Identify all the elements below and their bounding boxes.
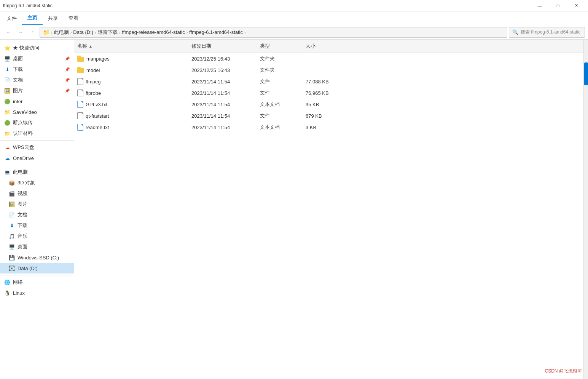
folder-icon xyxy=(77,67,84,73)
sidebar-item-savevideo[interactable]: 📁 SaveVideo xyxy=(0,107,74,117)
file-size-cell: 77,088 KB xyxy=(303,79,348,85)
sidebar-item-3d[interactable]: 📦 3D 对象 xyxy=(0,178,74,188)
pin-icon: 📌 xyxy=(65,56,70,61)
forward-button[interactable]: → xyxy=(15,27,26,38)
tab-file[interactable]: 文件 xyxy=(2,11,22,25)
sidebar-item-picture-pc[interactable]: 🖼️ 图片 xyxy=(0,199,74,209)
sidebar-quick-access-header[interactable]: ⭐ ★ 快速访问 xyxy=(0,43,74,53)
search-icon: 🔍 xyxy=(512,29,518,35)
txt-file-icon xyxy=(77,124,83,131)
col-header-type[interactable]: 类型 xyxy=(257,41,303,51)
file-name-cell: ffmpeg xyxy=(74,78,188,85)
back-button[interactable]: ← xyxy=(3,27,14,38)
sidebar-item-drive-c[interactable]: 💾 Windows-SSD (C:) xyxy=(0,252,74,263)
sidebar-this-pc-header[interactable]: 💻 此电脑 xyxy=(0,167,74,178)
file-date-cell: 2023/11/14 11:54 xyxy=(188,90,257,96)
file-name-cell: qt-faststart xyxy=(74,112,188,119)
sidebar-item-cert[interactable]: 📁 认证材料 xyxy=(0,128,74,139)
search-box[interactable]: 🔍 搜索 ffmpeg-6.1-amd64-static xyxy=(509,27,585,38)
path-segment-ffmpeg-61[interactable]: ffmpeg-6.1-amd64-static xyxy=(189,29,243,35)
path-segment-data[interactable]: Data (D:) xyxy=(73,29,93,35)
col-header-size[interactable]: 大小 xyxy=(303,41,348,51)
tab-view[interactable]: 查看 xyxy=(63,11,84,25)
sidebar-item-doc-pc[interactable]: 📄 文档 xyxy=(0,209,74,220)
file-name-cell: manpages xyxy=(74,56,188,62)
file-row[interactable]: readme.txt 2023/11/14 11:54 文本文档 3 KB xyxy=(74,122,583,133)
file-type-cell: 文件 xyxy=(257,90,303,96)
file-row[interactable]: GPLv3.txt 2023/11/14 11:54 文本文档 35 KB xyxy=(74,99,583,110)
file-name-label: readme.txt xyxy=(86,125,109,130)
scrollbar-thumb[interactable] xyxy=(584,62,588,85)
sidebar-item-inter[interactable]: 🟢 inter xyxy=(0,96,74,107)
sidebar-item-onedrive[interactable]: ☁ OneDrive xyxy=(0,153,74,163)
file-date-cell: 2023/11/14 11:54 xyxy=(188,125,257,130)
tab-share[interactable]: 共享 xyxy=(43,11,63,25)
address-bar: ← → ↑ 📁 › 此电脑 › Data (D:) › 迅雷下载 › ffmpe… xyxy=(0,25,588,40)
file-type-cell: 文件夹 xyxy=(257,55,303,62)
ribbon: 文件 主页 共享 查看 xyxy=(0,11,588,25)
sidebar-item-breakpoint[interactable]: 🟢 断点续传 xyxy=(0,117,74,128)
file-name-label: GPLv3.txt xyxy=(86,102,107,107)
divider-3 xyxy=(0,275,74,275)
search-placeholder: 搜索 ffmpeg-6.1-amd64-static xyxy=(521,29,580,35)
txt-file-icon xyxy=(77,101,83,108)
file-row[interactable]: manpages 2023/12/25 16:43 文件夹 xyxy=(74,53,583,64)
col-header-name[interactable]: 名称 ▲ xyxy=(74,41,188,51)
watermark: CSDN @飞流银河 xyxy=(545,368,582,374)
star-icon: ⭐ xyxy=(4,45,11,51)
exec-file-icon xyxy=(77,90,83,96)
exec-file-icon xyxy=(77,78,83,85)
file-date-cell: 2023/12/25 16:43 xyxy=(188,67,257,73)
path-segment-xunlei[interactable]: 迅雷下载 xyxy=(98,29,118,36)
file-row[interactable]: ffmpeg 2023/11/14 11:54 文件 77,088 KB xyxy=(74,76,583,87)
file-name-cell: GPLv3.txt xyxy=(74,101,188,108)
col-header-date[interactable]: 修改日期 xyxy=(188,41,257,51)
file-name-cell: model xyxy=(74,67,188,73)
sort-arrow-name: ▲ xyxy=(89,44,92,48)
file-name-cell: readme.txt xyxy=(74,124,188,131)
scrollbar-track[interactable] xyxy=(583,40,588,379)
main-layout: ⭐ ★ 快速访问 🖥️ 桌面 📌 ⬇ 下载 📌 📄 文档 📌 🖼️ 图片 📌 🟢… xyxy=(0,40,588,379)
tab-home[interactable]: 主页 xyxy=(22,11,43,25)
file-name-label: qt-faststart xyxy=(86,113,109,119)
divider-2 xyxy=(0,165,74,165)
up-button[interactable]: ↑ xyxy=(27,27,38,38)
file-row[interactable]: qt-faststart 2023/11/14 11:54 文件 679 KB xyxy=(74,110,583,122)
file-row[interactable]: ffprobe 2023/11/14 11:54 文件 76,965 KB xyxy=(74,87,583,99)
path-segment-ffmpeg-release[interactable]: ffmpeg-release-amd64-static xyxy=(122,29,185,35)
file-type-cell: 文件 xyxy=(257,112,303,119)
sidebar-item-drive-d[interactable]: 💽 Data (D:) xyxy=(0,263,74,273)
file-date-cell: 2023/11/14 11:54 xyxy=(188,79,257,85)
file-type-cell: 文本文档 xyxy=(257,101,303,108)
sidebar-item-desktop-quick[interactable]: 🖥️ 桌面 📌 xyxy=(0,53,74,64)
file-type-cell: 文件 xyxy=(257,78,303,85)
sidebar-item-network[interactable]: 🌐 网络 xyxy=(0,277,74,288)
maximize-button[interactable]: □ xyxy=(549,0,567,11)
path-segment-pc[interactable]: 此电脑 xyxy=(54,29,69,36)
file-row[interactable]: model 2023/12/25 16:43 文件夹 xyxy=(74,64,583,76)
sidebar-item-picture-quick[interactable]: 🖼️ 图片 📌 xyxy=(0,85,74,96)
window-title: ffmpeg-6.1-amd64-static xyxy=(3,3,531,8)
sidebar-item-download-quick[interactable]: ⬇ 下载 📌 xyxy=(0,64,74,75)
file-size-cell: 35 KB xyxy=(303,102,348,107)
minimize-button[interactable]: — xyxy=(531,0,548,11)
window-controls: — □ ✕ xyxy=(531,0,585,11)
sidebar-item-wps[interactable]: ☁ WPS云盘 xyxy=(0,142,74,153)
file-name-label: ffmpeg xyxy=(86,79,101,85)
sidebar-item-linux[interactable]: 🐧 Linux xyxy=(0,288,74,298)
file-date-cell: 2023/11/14 11:54 xyxy=(188,113,257,119)
title-bar: ffmpeg-6.1-amd64-static — □ ✕ xyxy=(0,0,588,11)
sidebar-item-video[interactable]: 🎬 视频 xyxy=(0,188,74,199)
sidebar-item-download-pc[interactable]: ⬇ 下载 xyxy=(0,220,74,231)
sidebar-item-desktop-pc[interactable]: 🖥️ 桌面 xyxy=(0,241,74,252)
sidebar-item-music[interactable]: 🎵 音乐 xyxy=(0,231,74,241)
address-path[interactable]: 📁 › 此电脑 › Data (D:) › 迅雷下载 › ffmpeg-rele… xyxy=(40,27,507,38)
close-button[interactable]: ✕ xyxy=(567,0,585,11)
file-name-cell: ffprobe xyxy=(74,90,188,96)
sidebar-item-document-quick[interactable]: 📄 文档 📌 xyxy=(0,75,74,85)
file-area: 名称 ▲ 修改日期 类型 大小 manpages 2023/12/25 16:4… xyxy=(74,40,583,379)
file-date-cell: 2023/12/25 16:43 xyxy=(188,56,257,62)
file-name-label: manpages xyxy=(86,56,110,62)
sidebar: ⭐ ★ 快速访问 🖥️ 桌面 📌 ⬇ 下载 📌 📄 文档 📌 🖼️ 图片 📌 🟢… xyxy=(0,40,74,379)
file-size-cell: 3 KB xyxy=(303,125,348,130)
